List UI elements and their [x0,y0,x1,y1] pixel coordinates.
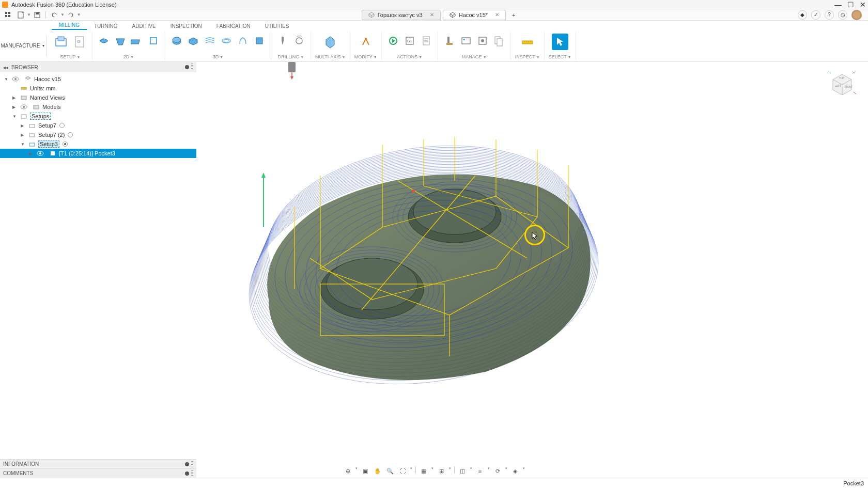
tab-milling[interactable]: MILLING [52,21,87,30]
pocket-3d-icon[interactable] [186,34,200,48]
setup-sheet-icon[interactable] [419,34,433,48]
drag-handle-icon[interactable] [191,470,193,477]
orbit-icon[interactable]: ⊕ [343,466,352,476]
parallel-icon[interactable] [203,34,217,48]
multiaxis-icon[interactable] [322,34,338,50]
tree-operation-pocket3[interactable]: ▶ [T1 (0:25:14)] Pocket3 [0,149,196,158]
drag-handle-icon[interactable] [191,64,193,71]
help-icon[interactable]: ? [825,10,834,20]
svg-point-19 [365,38,367,40]
grid-icon[interactable]: ⊞ [437,466,446,476]
folder-icon [20,113,28,120]
comments-panel[interactable]: COMMENTS [0,468,196,478]
cube-icon [368,12,375,18]
tree-root[interactable]: ▼ Насос v15 [0,74,196,84]
tree-units[interactable]: Units: mm [0,84,196,93]
tree-setup7[interactable]: ▶ Setup7 [0,121,196,130]
refresh-icon[interactable]: ⟳ [493,466,502,476]
pocket-2d-icon[interactable] [113,34,128,48]
redo-icon[interactable] [67,11,75,19]
face-2d-icon[interactable] [130,34,144,48]
drag-handle-icon[interactable] [191,461,193,467]
close-button[interactable]: ✕ [860,2,866,8]
options-icon[interactable] [185,462,189,466]
contour-2d-icon[interactable] [146,34,161,48]
close-icon[interactable]: ✕ [430,12,434,18]
tab-fabrication[interactable]: FABRICATION [209,22,258,30]
options-icon[interactable] [185,65,189,69]
tree-setup7-2[interactable]: ▶ Setup7 (2) [0,130,196,139]
options-icon[interactable] [185,471,189,476]
operation-icon [49,150,57,157]
tree-setup3[interactable]: ▼ Setup3 [0,139,196,149]
eye-icon[interactable] [36,150,44,157]
object-visibility-icon[interactable]: ◈ [510,466,520,476]
hole-recognition-icon[interactable] [292,34,306,48]
fit-icon[interactable]: ⛶ [398,466,407,476]
template-library-icon[interactable] [492,34,506,48]
measure-icon[interactable] [519,34,536,50]
viewcube[interactable]: LEFT FRONT TOP [827,67,858,98]
machine-library-icon[interactable] [475,34,490,48]
drill-icon[interactable] [275,34,290,48]
tree-models[interactable]: ▶ Models [0,102,196,112]
workspace-switcher[interactable]: MANUFACTURE▼ [0,36,47,56]
close-icon[interactable]: ✕ [495,12,499,18]
extensions-icon[interactable]: ◆ [798,10,807,20]
generate-icon[interactable] [386,34,400,48]
browser-header[interactable]: ◂◂ BROWSER [0,62,196,72]
new-tab-button[interactable]: + [509,10,518,20]
horizontal-icon[interactable] [219,34,234,48]
clock-icon[interactable]: ◷ [838,10,847,20]
zoom-icon[interactable]: 🔍 [385,466,395,476]
group-drilling: DRILLING▼ [271,32,311,60]
data-panel-icon[interactable] [4,11,12,19]
tree-named-views[interactable]: ▶ Named Views [0,93,196,102]
active-radio[interactable] [68,132,73,137]
tab-inspection[interactable]: INSPECTION [163,22,209,30]
undo-icon[interactable] [50,11,58,19]
group-multiaxis: MULTI-AXIS▼ [311,32,350,60]
ramp-icon[interactable] [252,34,267,48]
svg-rect-2 [5,15,7,17]
pan-icon[interactable]: ✋ [373,466,382,476]
adaptive-3d-icon[interactable] [169,34,184,48]
nc-program-icon[interactable]: G [71,34,88,50]
collapse-icon[interactable]: ◂◂ [3,65,8,70]
tool-library-icon[interactable] [442,34,457,48]
tree-setups[interactable]: ▼ Setups [0,112,196,121]
notifications-icon[interactable]: ✓ [811,10,820,20]
active-radio[interactable] [59,123,65,128]
svg-rect-28 [446,43,453,45]
save-icon[interactable] [33,11,41,19]
modify-icon[interactable] [358,34,374,50]
maximize-button[interactable]: ☐ [847,2,854,8]
svg-text:LEFT: LEFT [835,84,841,87]
svg-rect-1 [8,12,10,14]
active-radio[interactable] [63,141,68,147]
task-manager-icon[interactable] [459,34,473,48]
svg-rect-35 [522,41,533,44]
adaptive-2d-icon[interactable] [97,34,111,48]
information-panel[interactable]: INFORMATION [0,459,196,468]
tree-label: [T1 (0:25:14)] Pocket3 [59,150,115,156]
document-tab-2[interactable]: Насос v15* ✕ [443,10,506,20]
viewport-icon[interactable]: ◫ [458,466,467,476]
avatar[interactable] [851,10,862,20]
effects-icon[interactable]: ≡ [475,466,485,476]
eye-icon[interactable] [20,103,28,111]
tab-additive[interactable]: ADDITIVE [125,22,163,30]
display-icon[interactable]: ▦ [419,466,428,476]
tab-turning[interactable]: TURNING [87,22,125,30]
contour-3d-icon[interactable] [236,34,250,48]
tab-utilities[interactable]: UTILITIES [258,22,297,30]
setup-icon[interactable] [53,34,69,50]
document-tab-1[interactable]: Горшок кактус v3 ✕ [362,10,441,20]
eye-icon[interactable] [11,75,20,83]
viewport[interactable]: LEFT FRONT TOP [196,62,868,478]
file-icon[interactable] [17,11,25,19]
look-at-icon[interactable]: ▣ [361,466,370,476]
minimize-button[interactable]: — [835,2,841,8]
select-icon[interactable] [552,34,568,50]
post-process-icon[interactable]: G1 [402,34,417,48]
